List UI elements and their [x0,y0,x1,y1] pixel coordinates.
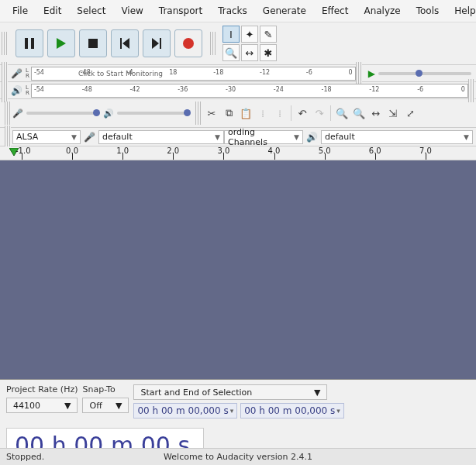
project-rate-label: Project Rate (Hz) [6,384,78,394]
toolbar-grip[interactable] [5,126,11,149]
svg-rect-3 [88,39,98,48]
mic-icon: 🎤 [81,132,98,143]
separator [330,105,331,121]
speaker-icon: 🔊 [103,108,114,119]
play-at-speed: ▶ [364,68,476,79]
multi-tool[interactable]: ✱ [260,44,277,61]
device-toolbar: ALSA▼ 🎤 default▼ ording Channels▼ 🔊 defa… [0,128,476,146]
rec-lr-labels: LR [24,68,31,79]
mic-icon[interactable]: 🎤 [9,68,24,79]
play-button[interactable] [47,29,75,57]
svg-rect-4 [120,38,122,49]
tools-grid: I ✦ ✎ 🔍 ↔ ✱ [218,22,281,64]
svg-rect-0 [25,38,28,49]
zoom-in-button[interactable]: 🔍 [333,105,350,122]
envelope-tool[interactable]: ✦ [241,26,258,43]
menu-file[interactable]: File [5,2,36,19]
toolbar-grip[interactable] [195,102,202,125]
recording-volume-slider[interactable] [26,112,100,115]
audio-host-combo[interactable]: ALSA▼ [12,130,81,144]
svg-marker-2 [57,38,66,49]
edit-toolbar: 🎤 🔊 ✂ ⧉ 📋 ⁞ ⁞ ↶ ↷ 🔍 🔍 ↔ ⇲ ⤢ [0,99,476,128]
menu-generate[interactable]: Generate [255,2,314,19]
playback-device-combo[interactable]: default▼ [321,130,473,144]
toolbar-grip[interactable] [5,102,11,125]
menu-transport[interactable]: Transport [151,2,210,19]
toolbar-grip[interactable] [2,79,8,102]
toolbar-grip[interactable] [210,32,216,55]
recording-channels-combo[interactable]: ording Channels▼ [224,130,303,144]
redo-button[interactable]: ↷ [311,105,328,122]
playback-meter[interactable]: -54-48 -42-36 -30-24 -18-12 -60 [31,84,468,98]
recording-meter-row: 🎤 LR -54-48 -4 18 -18-12 -60 Click to St… [0,65,476,82]
transport-toolbar: I ✦ ✎ 🔍 ↔ ✱ [0,22,476,65]
zoom-tool[interactable]: 🔍 [222,44,240,61]
toolbar-grip[interactable] [468,79,474,102]
snap-to-combo[interactable]: Off▼ [82,398,129,413]
status-message: Welcome to Audacity version 2.4.1 [164,452,312,462]
timeline-ruler[interactable]: -1.0 0.0 1.0 2.0 3.0 4.0 5.0 6.0 7.0 [0,146,476,160]
menu-tracks[interactable]: Tracks [210,2,255,19]
mic-icon: 🎤 [12,108,23,119]
undo-button[interactable]: ↶ [294,105,311,122]
draw-tool[interactable]: ✎ [260,26,277,43]
trim-button[interactable]: ⁞ [254,105,271,122]
cut-button[interactable]: ✂ [203,105,220,122]
menu-tools[interactable]: Tools [409,2,447,19]
paste-button[interactable]: 📋 [237,105,254,122]
toolbar-grip[interactable] [356,62,362,85]
selection-start-field[interactable]: 00 h 00 m 00,000 s▾ [133,403,237,418]
menu-edit[interactable]: Edit [36,2,69,19]
selection-tool[interactable]: I [222,26,240,43]
recording-device-combo[interactable]: default▼ [98,130,224,144]
svg-marker-6 [152,38,159,49]
menu-view[interactable]: View [113,2,150,19]
toolbar-grip[interactable] [2,32,8,55]
play-lr-labels: LR [24,85,31,96]
status-state: Stopped. [6,452,44,462]
timeshift-tool[interactable]: ↔ [241,44,258,61]
playback-speed-slider[interactable] [378,72,471,75]
silence-button[interactable]: ⁞ [271,105,288,122]
menu-effect[interactable]: Effect [314,2,357,19]
skip-start-button[interactable] [111,29,139,57]
fit-selection-button[interactable]: ↔ [367,105,385,122]
skip-end-button[interactable] [143,29,171,57]
zoom-out-button[interactable]: 🔍 [350,105,367,122]
recording-meter[interactable]: -54-48 -4 18 -18-12 -60 Click to Start M… [31,67,356,81]
playback-volume-slider[interactable] [117,112,191,115]
selection-mode-combo[interactable]: Start and End of Selection▼ [133,384,327,400]
speaker-icon: 🔊 [303,132,321,143]
track-area[interactable] [0,160,476,380]
project-rate-combo[interactable]: 44100▼ [6,398,78,413]
record-button[interactable] [174,29,202,57]
menu-select[interactable]: Select [69,2,113,19]
snap-to-label: Snap-To [82,384,129,394]
selection-end-field[interactable]: 00 h 00 m 00,000 s▾ [240,403,344,418]
menu-bar: File Edit Select View Transport Tracks G… [0,0,476,22]
fit-project-button[interactable]: ⇲ [385,105,402,122]
zoom-toggle-button[interactable]: ⤢ [402,105,419,122]
speaker-icon[interactable]: 🔊 [9,85,24,96]
svg-rect-1 [31,38,34,49]
svg-point-8 [183,38,194,49]
menu-analyze[interactable]: Analyze [356,2,408,19]
play-at-speed-button[interactable]: ▶ [368,68,375,79]
status-bar: Stopped. Welcome to Audacity version 2.4… [0,448,476,465]
svg-rect-7 [160,38,161,49]
separator [291,105,291,121]
copy-button[interactable]: ⧉ [220,105,237,122]
pause-button[interactable] [16,29,43,57]
playback-meter-row: 🔊 LR -54-48 -42-36 -30-24 -18-12 -60 [0,82,476,99]
stop-button[interactable] [79,29,107,57]
monitoring-hint: Click to Start Monitoring [78,70,163,78]
menu-help[interactable]: Help [447,2,476,19]
svg-marker-5 [122,38,129,49]
